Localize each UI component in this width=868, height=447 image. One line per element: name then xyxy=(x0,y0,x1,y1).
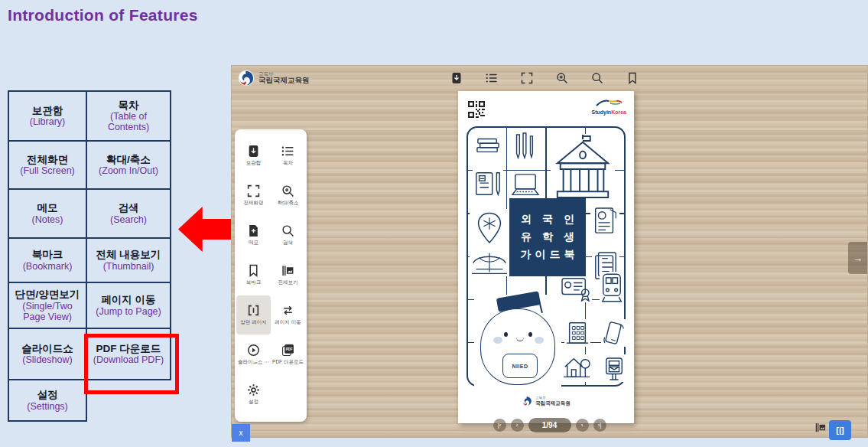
table-cell-page-view: 단면/양면보기 (Single/Two Page View) xyxy=(8,282,87,329)
sidebar-item-library[interactable]: 보관함 xyxy=(236,136,271,175)
sidebar-item-label: 확대/축소 xyxy=(278,200,299,207)
sidebar-item-two-page[interactable]: 양면 페이지 xyxy=(236,295,271,334)
fullscreen-icon[interactable] xyxy=(521,72,533,84)
thumbnail-view-icon[interactable] xyxy=(814,422,827,433)
toc-icon[interactable] xyxy=(486,72,498,84)
sidebar-empty-slot xyxy=(271,375,305,414)
cell-ko: 확대/축소 xyxy=(106,154,151,165)
zoom-in-icon[interactable] xyxy=(556,72,568,84)
sidebar-item-thumbnail[interactable]: 전체보기 xyxy=(271,256,305,295)
table-cell-search: 검색 (Search) xyxy=(86,188,171,239)
table-cell-notes: 메모 (Notes) xyxy=(8,188,87,239)
cell-en: (Full Screen) xyxy=(20,165,75,176)
mascot-cheek xyxy=(493,337,502,344)
first-page-button[interactable]: |‹ xyxy=(493,419,506,432)
mascot-eye xyxy=(528,332,532,337)
notepad-pencil-icon xyxy=(473,169,503,200)
mascot-bib: NIIED xyxy=(502,354,538,378)
sidebar-item-search[interactable]: 검색 xyxy=(271,216,305,255)
cell-ko: 전체화면 xyxy=(27,154,68,165)
books-icon xyxy=(474,132,502,157)
cell-en: (Single/Two Page View) xyxy=(11,301,83,322)
sidebar-item-label: 페이지 이동 xyxy=(275,319,301,326)
sidebar-item-settings[interactable]: 설정 xyxy=(236,375,271,414)
sidebar-item-fullscreen[interactable]: 전체화면 xyxy=(236,176,271,215)
cell-ko: 목차 xyxy=(119,100,139,111)
cover-title-line: 외 국 인 xyxy=(521,213,578,227)
sidebar-item-label: 양면 페이지 xyxy=(240,319,266,326)
sidebar-item-zoom[interactable]: 확대/축소 xyxy=(271,176,305,215)
table-cell-jump-page: 페이지 이동 (Jump to Page) xyxy=(86,282,171,329)
sidebar-item-label: 설정 xyxy=(249,399,258,406)
sidebar-item-label: 전체화면 xyxy=(244,200,264,207)
last-page-button[interactable]: ›| xyxy=(593,419,606,432)
footer-org: 국립국제교육원 xyxy=(535,400,571,406)
sidebar-item-label: 북마크 xyxy=(246,279,262,286)
sidebar-item-pdf-download[interactable]: PDF PDF 다운로드 xyxy=(271,335,305,374)
passport-icon xyxy=(590,204,619,238)
page-indicator[interactable]: 1/94 xyxy=(528,418,571,432)
cell-ko: 메모 xyxy=(37,202,58,214)
gov-logo-text: 교육부 국립국제교육원 xyxy=(258,72,310,85)
library-icon[interactable] xyxy=(450,72,463,84)
mascot-cheek xyxy=(535,337,544,344)
search-icon xyxy=(281,224,294,237)
cell-ko: 페이지 이동 xyxy=(101,294,155,305)
cell-en: (Library) xyxy=(30,116,66,127)
sidebar-item-memo[interactable]: 메모 xyxy=(236,216,271,255)
mailbox-icon xyxy=(603,354,626,382)
jump-page-icon xyxy=(281,304,294,317)
svg-text:PDF: PDF xyxy=(286,347,293,351)
book-cover-page: StudyinKorea xyxy=(458,91,634,423)
cover-footer-logo: 교육부 국립국제교육원 xyxy=(458,396,634,406)
thumbnail-icon xyxy=(281,264,294,277)
sidebar-menu: 보관함 목차 전체화면 확대/축소 xyxy=(235,129,307,422)
gov-org: 국립국제교육원 xyxy=(258,77,310,84)
train-icon xyxy=(600,272,624,304)
cell-ko: 전체 내용보기 xyxy=(96,249,161,260)
table-cell-zoom: 확대/축소 (Zoom In/Out) xyxy=(86,140,171,190)
studyinkorea-swoosh-icon xyxy=(595,99,623,107)
pagination-bar: |‹ ‹ 1/94 › ›| xyxy=(493,418,606,432)
gov-emblem-icon xyxy=(522,396,532,406)
cell-en: (Settings) xyxy=(27,401,68,412)
mascot-tassel xyxy=(538,301,543,313)
next-page-edge-button[interactable]: → xyxy=(848,242,867,274)
sidebar-item-label: 검색 xyxy=(283,240,293,246)
sidebar-item-bookmark[interactable]: 북마크 xyxy=(236,256,271,295)
cell-en: (Slideshow) xyxy=(22,354,72,365)
sidebar-grid: 보관함 목차 전체화면 확대/축소 xyxy=(235,136,307,414)
laptop-icon xyxy=(509,172,542,200)
red-arrow-annotation xyxy=(178,207,231,252)
cover-title-line: 가이드북 xyxy=(521,248,579,262)
mascot-body: NIIED xyxy=(480,308,555,385)
cover-illustration-grid: 외 국 인 유 학 생 가이드북 NIIED xyxy=(467,126,626,387)
prev-page-button[interactable]: ‹ xyxy=(511,419,524,432)
toc-icon xyxy=(281,145,294,158)
sidebar-close-button[interactable]: x xyxy=(232,424,250,442)
table-cell-settings: 설정 (Settings) xyxy=(8,379,87,422)
bookmark-icon[interactable] xyxy=(626,72,639,84)
sidebar-item-slideshow[interactable]: 슬라이드쇼 ⋯ xyxy=(236,335,271,374)
sidebar-item-label: 목차 xyxy=(283,160,293,167)
pdf-icon: PDF xyxy=(281,344,294,357)
cell-ko: 검색 xyxy=(119,202,139,214)
cell-en: (Table of Contents) xyxy=(89,111,167,132)
table-cell-fullscreen: 전체화면 (Full Screen) xyxy=(8,140,87,190)
studyinkorea-logo: StudyinKorea xyxy=(591,97,626,115)
search-icon[interactable] xyxy=(591,72,603,84)
travel-pin-globe-icon xyxy=(470,209,509,276)
cell-en: (Thumbnail) xyxy=(103,261,154,272)
mascot-smile xyxy=(516,337,524,341)
id-card-icon xyxy=(560,275,592,302)
ebook-viewer: 교육부 국립국제교육원 xyxy=(231,65,868,438)
sidebar-item-label: PDF 다운로드 xyxy=(272,359,304,366)
two-page-view-button[interactable]: [|] xyxy=(829,420,851,440)
page-title: Introduction of Features xyxy=(8,6,198,24)
slideshow-icon xyxy=(247,344,260,357)
table-cell-thumbnail: 전체 내용보기 (Thumbnail) xyxy=(86,237,171,283)
cell-ko: 보관함 xyxy=(32,105,63,116)
next-page-button[interactable]: › xyxy=(576,419,589,432)
sidebar-item-jump-page[interactable]: 페이지 이동 xyxy=(271,295,305,334)
sidebar-item-toc[interactable]: 목차 xyxy=(271,136,305,175)
